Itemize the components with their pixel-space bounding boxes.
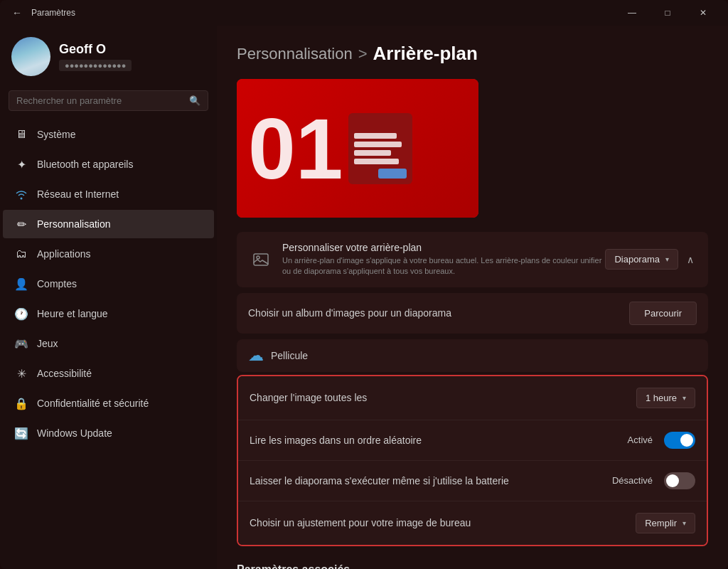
avatar	[11, 37, 50, 76]
maximize-button[interactable]: □	[651, 2, 684, 23]
ajustement-dropdown[interactable]: Remplir ▾	[636, 513, 695, 533]
laisser-diaporama-value: Désactivé	[612, 475, 653, 486]
album-row: Choisir un album d'images pour un diapor…	[237, 293, 708, 334]
personnalisation-icon: ✏	[14, 217, 28, 231]
confidentialite-icon: 🔒	[14, 396, 28, 410]
changer-image-label: Changer l'image toutes les	[250, 392, 636, 403]
personaliser-text: Personnaliser votre arrière-plan Un arri…	[282, 242, 605, 277]
user-email: ●●●●●●●●●●●●●	[59, 60, 132, 71]
wallpaper-image: 01	[237, 79, 478, 218]
personaliser-desc: Un arrière-plan d'image s'applique à vot…	[282, 255, 605, 277]
wp-line-3	[354, 150, 391, 156]
personaliser-section: Personnaliser votre arrière-plan Un arri…	[237, 232, 708, 287]
toggle-thumb	[680, 434, 693, 447]
sidebar-item-bluetooth[interactable]: ✦ Bluetooth et appareils	[3, 150, 214, 179]
page-header: Personnalisation > Arrière-plan	[237, 43, 708, 65]
avatar-image	[11, 37, 50, 76]
wifi-icon	[14, 187, 28, 201]
wp-badge	[378, 169, 407, 179]
settings-window: ← Paramètres — □ ✕ Geoff O ●●●●●●●●●●●●●	[0, 0, 728, 569]
ajustement-control: Remplir ▾	[636, 513, 695, 533]
close-button[interactable]: ✕	[687, 2, 719, 23]
sidebar-item-heure[interactable]: 🕐 Heure et langue	[3, 299, 214, 328]
changer-image-row: Changer l'image toutes les 1 heure ▾	[238, 376, 707, 420]
titlebar: ← Paramètres — □ ✕	[0, 0, 728, 26]
breadcrumb-current: Arrière-plan	[373, 43, 478, 65]
toggle-thumb	[666, 474, 679, 487]
main-content: Geoff O ●●●●●●●●●●●●● 🔍 🖥 Système ✦ Blue…	[0, 26, 728, 569]
user-name: Geoff O	[59, 42, 132, 57]
minimize-button[interactable]: —	[616, 2, 648, 23]
wp-line-4	[354, 159, 399, 164]
lire-images-control: Activé	[628, 432, 695, 449]
cloud-icon: ☁	[248, 346, 264, 365]
window-title: Paramètres	[31, 8, 75, 18]
applications-icon: 🗂	[14, 247, 28, 261]
chevron-down-icon: ▾	[682, 519, 686, 527]
sidebar-item-comptes[interactable]: 👤 Comptes	[3, 270, 214, 298]
ajustement-row: Choisir un ajustement pour votre image d…	[238, 501, 707, 545]
laisser-diaporama-row: Laisser le diaporama s'exécuter même si …	[238, 461, 707, 501]
changer-image-dropdown[interactable]: 1 heure ▾	[636, 388, 695, 408]
sidebar-item-label: Heure et langue	[37, 308, 108, 319]
right-panel: Personnalisation > Arrière-plan 01	[217, 26, 728, 569]
sidebar: Geoff O ●●●●●●●●●●●●● 🔍 🖥 Système ✦ Blue…	[0, 26, 217, 569]
sidebar-item-label: Système	[37, 129, 75, 140]
svg-point-1	[257, 256, 259, 259]
back-button[interactable]: ←	[9, 4, 26, 21]
sidebar-item-label: Comptes	[37, 278, 77, 289]
sidebar-item-systeme[interactable]: 🖥 Système	[3, 120, 214, 149]
sidebar-item-label: Windows Update	[37, 427, 112, 439]
windows-update-icon: 🔄	[14, 426, 28, 440]
ajustement-label: Choisir un ajustement pour votre image d…	[250, 517, 636, 528]
user-info: Geoff O ●●●●●●●●●●●●●	[59, 42, 132, 71]
search-icon: 🔍	[189, 95, 200, 106]
wp-number: 01	[248, 106, 343, 191]
comptes-icon: 👤	[14, 277, 28, 291]
outlined-section: Changer l'image toutes les 1 heure ▾ Lir…	[237, 375, 708, 546]
sidebar-item-personnalisation[interactable]: ✏ Personnalisation	[3, 210, 214, 238]
sidebar-item-applications[interactable]: 🗂 Applications	[3, 240, 214, 268]
personaliser-control: Diaporama ▾ ∧	[605, 249, 697, 270]
parcourir-button[interactable]: Parcourir	[629, 302, 697, 325]
window-controls: — □ ✕	[616, 2, 719, 23]
lire-images-toggle[interactable]	[664, 432, 695, 449]
sidebar-item-label: Personnalisation	[37, 218, 111, 230]
sidebar-item-accessibilite[interactable]: ✳ Accessibilité	[3, 359, 214, 388]
user-section[interactable]: Geoff O ●●●●●●●●●●●●●	[0, 26, 217, 85]
wp-icon	[348, 113, 412, 184]
pellicule-label: Pellicule	[271, 350, 308, 361]
chevron-down-icon: ▾	[665, 255, 669, 263]
sidebar-item-label: Bluetooth et appareils	[37, 159, 133, 170]
lire-images-label: Lire les images dans un ordre aléatoire	[250, 435, 628, 446]
wp-line-2	[354, 142, 402, 147]
sidebar-item-windows-update[interactable]: 🔄 Windows Update	[3, 419, 214, 447]
sidebar-item-label: Confidentialité et sécurité	[37, 398, 149, 409]
search-box[interactable]: 🔍	[9, 90, 208, 111]
wallpaper-preview: 01	[237, 79, 478, 218]
wp-line-1	[354, 133, 396, 139]
sidebar-item-reseau[interactable]: Réseau et Internet	[3, 180, 214, 208]
diaporama-dropdown[interactable]: Diaporama ▾	[605, 249, 678, 270]
parametres-associes-header: Paramètres associés	[237, 552, 708, 569]
svg-rect-0	[254, 254, 268, 265]
breadcrumb-parent: Personnalisation	[237, 45, 353, 63]
collapse-icon[interactable]: ∧	[684, 251, 697, 268]
laisser-diaporama-control: Désactivé	[612, 472, 695, 489]
sidebar-item-jeux[interactable]: 🎮 Jeux	[3, 329, 214, 358]
album-label: Choisir un album d'images pour un diapor…	[248, 307, 451, 319]
lire-images-row: Lire les images dans un ordre aléatoire …	[238, 420, 707, 461]
sidebar-item-confidentialite[interactable]: 🔒 Confidentialité et sécurité	[3, 389, 214, 418]
changer-image-control: 1 heure ▾	[636, 388, 695, 408]
search-input[interactable]	[16, 95, 183, 106]
sidebar-item-label: Réseau et Internet	[37, 188, 119, 200]
sidebar-item-label: Accessibilité	[37, 368, 92, 379]
lire-images-value: Activé	[628, 435, 653, 445]
sidebar-item-label: Jeux	[37, 338, 58, 349]
titlebar-left: ← Paramètres	[9, 4, 616, 21]
image-icon	[248, 247, 274, 272]
pellicule-row: ☁ Pellicule	[237, 339, 708, 372]
sidebar-item-label: Applications	[37, 248, 91, 260]
laisser-diaporama-toggle[interactable]	[664, 472, 695, 489]
systeme-icon: 🖥	[14, 127, 28, 142]
